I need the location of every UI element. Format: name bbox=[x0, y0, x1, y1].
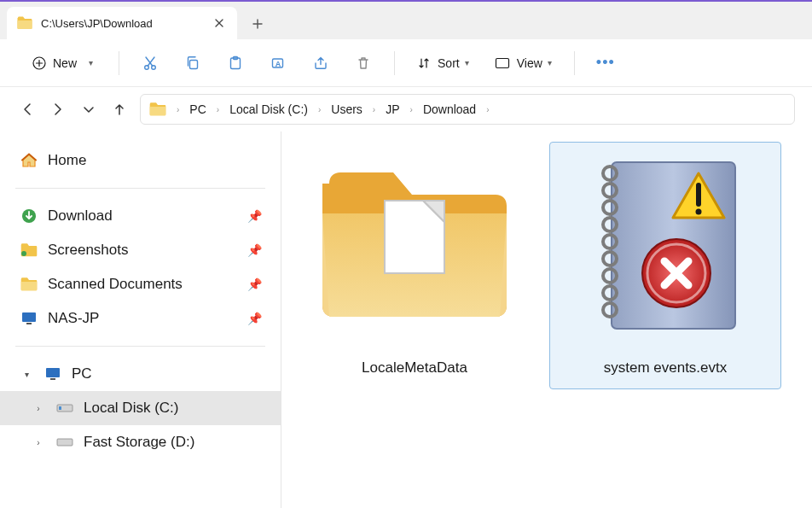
chevron-down-icon: ▾ bbox=[548, 58, 552, 67]
drive-icon bbox=[55, 398, 75, 418]
new-label: New bbox=[53, 56, 77, 70]
folder-icon bbox=[19, 274, 39, 295]
breadcrumb-item[interactable]: Users bbox=[331, 102, 362, 116]
view-label: View bbox=[517, 56, 542, 70]
drive-icon bbox=[55, 432, 75, 453]
new-button[interactable]: New ▾ bbox=[20, 48, 105, 79]
separator bbox=[15, 188, 265, 189]
folder-icon bbox=[17, 16, 32, 30]
up-button[interactable] bbox=[109, 99, 130, 120]
separator bbox=[574, 51, 575, 75]
sidebar-item-pc[interactable]: ▾ PC bbox=[0, 357, 281, 391]
chevron-right-icon: › bbox=[373, 105, 375, 114]
svg-rect-17 bbox=[57, 439, 72, 446]
chevron-right-icon: › bbox=[217, 105, 219, 114]
pin-icon: 📌 bbox=[247, 277, 262, 291]
svg-rect-16 bbox=[59, 406, 61, 410]
file-label: LocaleMetaData bbox=[362, 359, 467, 377]
new-tab-button[interactable] bbox=[244, 10, 271, 38]
separator bbox=[394, 51, 395, 75]
home-label: Home bbox=[48, 152, 86, 169]
download-label: Download bbox=[48, 207, 113, 225]
path-bar: › PC › Local Disk (C:) › Users › JP › Do… bbox=[0, 87, 812, 131]
share-button[interactable] bbox=[304, 48, 338, 79]
sidebar-item-screenshots[interactable]: Screenshots 📌 bbox=[0, 233, 281, 267]
pin-icon: 📌 bbox=[247, 312, 262, 325]
chevron-right-icon: › bbox=[486, 105, 489, 114]
folder-icon bbox=[19, 240, 39, 260]
svg-rect-14 bbox=[50, 378, 55, 380]
breadcrumb-item[interactable]: PC bbox=[189, 102, 206, 116]
svg-rect-3 bbox=[190, 60, 198, 68]
cut-button[interactable] bbox=[133, 48, 167, 79]
chevron-right-icon[interactable]: › bbox=[31, 404, 46, 413]
sidebar-item-scanned[interactable]: Scanned Documents 📌 bbox=[0, 267, 281, 301]
close-tab-button[interactable] bbox=[212, 15, 227, 31]
event-log-icon bbox=[563, 149, 768, 346]
paste-button[interactable] bbox=[218, 48, 252, 79]
chevron-right-icon[interactable]: › bbox=[31, 438, 46, 447]
chevron-down-icon: ▾ bbox=[89, 58, 93, 67]
file-list: LocaleMetaData bbox=[281, 131, 812, 508]
chevron-right-icon: › bbox=[410, 105, 413, 114]
recent-button[interactable] bbox=[78, 99, 99, 120]
more-button[interactable]: ••• bbox=[589, 48, 623, 79]
breadcrumb-item[interactable]: Local Disk (C:) bbox=[229, 102, 308, 116]
breadcrumb-item[interactable]: Download bbox=[423, 102, 476, 116]
pc-label: PC bbox=[72, 365, 92, 382]
view-button[interactable]: View ▾ bbox=[486, 48, 560, 79]
breadcrumb[interactable]: › PC › Local Disk (C:) › Users › JP › Do… bbox=[140, 94, 795, 125]
svg-rect-12 bbox=[26, 323, 32, 324]
tab-bar: C:\Users\JP\Download bbox=[0, 2, 812, 39]
scanned-label: Scanned Documents bbox=[48, 276, 183, 293]
nasjp-label: NAS-JP bbox=[48, 310, 99, 327]
sidebar-item-drive-d[interactable]: › Fast Storage (D:) bbox=[0, 425, 281, 459]
drive-d-label: Fast Storage (D:) bbox=[84, 434, 194, 451]
chevron-right-icon: › bbox=[177, 105, 179, 114]
sidebar-item-download[interactable]: Download 📌 bbox=[0, 199, 281, 233]
chevron-down-icon: ▾ bbox=[465, 58, 469, 67]
svg-point-29 bbox=[696, 209, 702, 215]
pin-icon: 📌 bbox=[247, 243, 262, 257]
pin-icon: 📌 bbox=[247, 209, 262, 223]
content: Home Download 📌 Screenshots 📌 Scanned Do… bbox=[0, 131, 812, 508]
breadcrumb-item[interactable]: JP bbox=[386, 102, 399, 116]
sidebar-item-drive-c[interactable]: › Local Disk (C:) bbox=[0, 391, 281, 425]
rename-button[interactable]: A bbox=[261, 48, 295, 79]
separator bbox=[119, 51, 119, 75]
monitor-icon bbox=[19, 308, 39, 329]
screenshots-label: Screenshots bbox=[48, 242, 129, 259]
toolbar: New ▾ A Sort ▾ View ▾ ••• bbox=[0, 39, 812, 87]
svg-rect-13 bbox=[46, 368, 60, 377]
file-item-evtx[interactable]: system events.evtx bbox=[549, 142, 781, 389]
sort-icon bbox=[417, 56, 431, 70]
view-icon bbox=[495, 57, 510, 69]
copy-button[interactable] bbox=[176, 48, 210, 79]
sidebar-item-nasjp[interactable]: NAS-JP 📌 bbox=[0, 301, 281, 336]
chevron-down-icon[interactable]: ▾ bbox=[19, 370, 34, 379]
back-button[interactable] bbox=[17, 99, 38, 120]
tab-title: C:\Users\JP\Download bbox=[41, 17, 203, 30]
file-label: system events.evtx bbox=[604, 359, 728, 377]
new-icon bbox=[32, 56, 46, 70]
download-icon bbox=[19, 206, 39, 226]
forward-button[interactable] bbox=[48, 99, 68, 120]
svg-rect-11 bbox=[22, 312, 36, 322]
svg-point-10 bbox=[21, 251, 26, 256]
monitor-icon bbox=[43, 364, 63, 384]
svg-rect-8 bbox=[496, 58, 508, 67]
svg-text:A: A bbox=[276, 59, 281, 67]
separator bbox=[15, 346, 265, 347]
folder-large-icon bbox=[312, 149, 517, 346]
sort-button[interactable]: Sort ▾ bbox=[409, 48, 478, 79]
chevron-right-icon: › bbox=[318, 105, 321, 114]
file-item-folder[interactable]: LocaleMetaData bbox=[299, 142, 531, 389]
drive-c-label: Local Disk (C:) bbox=[84, 400, 178, 417]
ellipsis-icon: ••• bbox=[596, 54, 615, 72]
sidebar-item-home[interactable]: Home bbox=[0, 143, 281, 178]
delete-button[interactable] bbox=[346, 48, 380, 79]
sidebar: Home Download 📌 Screenshots 📌 Scanned Do… bbox=[0, 131, 281, 508]
active-tab[interactable]: C:\Users\JP\Download bbox=[7, 7, 237, 39]
folder-icon bbox=[149, 102, 166, 117]
home-icon bbox=[19, 150, 39, 171]
